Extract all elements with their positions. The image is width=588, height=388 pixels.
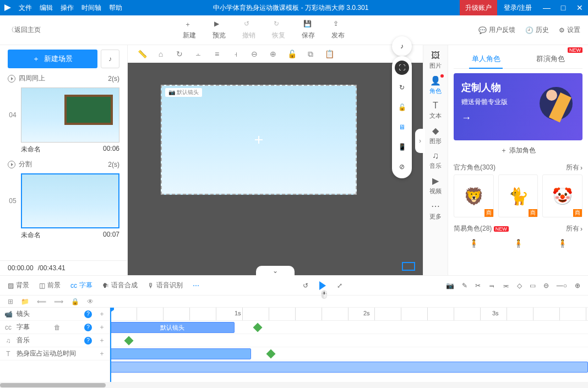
folder-icon[interactable]: 📁 <box>21 298 29 305</box>
refresh-icon[interactable]: ↻ <box>175 50 184 58</box>
align-right-icon[interactable]: ⫞ <box>231 50 240 58</box>
zoom-out2-icon[interactable]: ⊖ <box>543 282 549 289</box>
transition-row[interactable]: 四周同上 2(s) <box>8 72 119 85</box>
etype-more[interactable]: ⋯更多 <box>429 201 442 221</box>
eye-icon[interactable]: 👁 <box>87 298 94 305</box>
role-mini[interactable]: 🧍 <box>498 238 538 249</box>
audio-clip[interactable] <box>110 348 251 359</box>
scrollbar-thumb[interactable] <box>0 383 106 387</box>
rewind-icon[interactable]: ↺ <box>303 282 308 289</box>
link-icon[interactable]: ⫘ <box>503 282 509 289</box>
track-subtitle-label[interactable]: cc字幕🗑?＋ <box>0 321 110 334</box>
track-camera[interactable]: 默认镜头 <box>110 321 588 334</box>
zoom-in2-icon[interactable]: ⊕ <box>575 282 580 289</box>
lock2-icon[interactable]: 🔒 <box>71 298 79 305</box>
filter-icon[interactable]: ⫬ <box>488 282 495 289</box>
settings-button[interactable]: ⚙设置 <box>559 25 580 35</box>
track-text-label[interactable]: T热身应占运动总时间＋ <box>0 347 110 360</box>
paste-icon[interactable]: 📋 <box>325 50 334 58</box>
menu-action[interactable]: 操作 <box>61 3 74 13</box>
new-scene-button[interactable]: ＋新建场景 <box>8 50 97 68</box>
prev-icon[interactable]: ⟸ <box>37 298 46 305</box>
role-mini[interactable]: 🧍 <box>542 238 582 249</box>
camera2-icon[interactable]: 📷 <box>446 282 454 289</box>
home-icon[interactable]: ⌂ <box>156 50 165 58</box>
etype-shape[interactable]: ◆图形 <box>429 125 442 145</box>
desktop-icon[interactable]: 🖥 <box>395 120 409 134</box>
addtrack-icon[interactable]: ⊞ <box>8 298 13 305</box>
track-music-label[interactable]: ♫音乐?＋ <box>0 334 110 347</box>
cut-icon[interactable]: ✂ <box>475 282 481 289</box>
frame-icon[interactable]: ▭ <box>530 282 536 289</box>
close-button[interactable]: ✕ <box>571 3 588 12</box>
tracks-area[interactable]: 1s 2s 3s 默认镜头 <box>110 308 588 382</box>
keyframe-diamond[interactable] <box>253 323 263 332</box>
save-button[interactable]: 💾保存 <box>302 20 315 40</box>
menu-edit[interactable]: 编辑 <box>40 3 53 13</box>
more-menu-icon[interactable]: ⋯ <box>193 282 199 289</box>
time-ruler[interactable]: 1s 2s 3s <box>110 308 588 321</box>
help-icon[interactable]: ? <box>84 324 92 331</box>
menu-help[interactable]: 帮助 <box>109 3 122 13</box>
login-button[interactable]: 登录/注册 <box>497 3 538 13</box>
feedback-button[interactable]: 💬用户反馈 <box>478 25 515 35</box>
role-card[interactable]: 🐈商 <box>498 174 538 217</box>
tl-background[interactable]: ▨背景 <box>8 281 29 290</box>
etype-music[interactable]: ♫音乐 <box>429 151 442 170</box>
camera-clip[interactable]: 默认镜头 <box>110 322 235 333</box>
fullscreen-icon[interactable]: ⛶ <box>395 61 409 75</box>
back-home-button[interactable]: 〈 返回主页 <box>0 25 48 35</box>
play-button[interactable]: 🖱️ <box>319 281 326 290</box>
tl-foreground[interactable]: ◫前景 <box>39 281 61 290</box>
rotate-icon[interactable]: ↻ <box>395 80 409 95</box>
tl-asr[interactable]: 🎙语音识别 <box>148 281 183 290</box>
upgrade-button[interactable]: 升级账户 <box>460 0 497 15</box>
menu-timeline[interactable]: 时间轴 <box>81 3 101 13</box>
etype-video[interactable]: ▶视频 <box>429 176 442 195</box>
addkey-icon[interactable]: ＋ <box>99 309 105 319</box>
expand-icon[interactable]: ⤢ <box>337 282 342 289</box>
hide-icon[interactable]: ⊘ <box>395 160 409 174</box>
view-all-button[interactable]: 所有 › <box>566 163 582 172</box>
zoom-slider[interactable]: —○ <box>557 282 567 289</box>
track-text[interactable] <box>110 360 588 374</box>
tl-subtitle[interactable]: cc字幕 <box>70 281 92 290</box>
canvas-area[interactable]: 📷 默认镜头 ♪ ⛶ ↻ 🔓 🖥 📱 ⊘ › ⌄ <box>128 63 423 275</box>
collapse-timeline-button[interactable]: ⌄ <box>256 266 295 276</box>
next-icon[interactable]: ⟹ <box>54 298 63 305</box>
role-card[interactable]: 🤡商 <box>542 174 582 217</box>
align-center-icon[interactable]: ≡ <box>213 50 221 58</box>
etype-image[interactable]: 🖼图片 <box>429 51 442 70</box>
del-icon[interactable]: 🗑 <box>53 324 61 331</box>
align-left-icon[interactable]: ⫠ <box>194 50 203 58</box>
copy-icon[interactable]: ⧉ <box>306 50 315 59</box>
phone-icon[interactable]: 📱 <box>395 140 409 154</box>
role-mini[interactable]: 🧍 <box>454 238 494 249</box>
addkey-icon[interactable]: ＋ <box>99 336 105 345</box>
music-fab[interactable]: ♪ <box>392 36 412 56</box>
menu-file[interactable]: 文件 <box>19 3 32 13</box>
preview-button[interactable]: ▶预览 <box>213 20 226 40</box>
view-all-button[interactable]: 所有 › <box>566 224 582 233</box>
keyframe-diamond[interactable] <box>266 349 276 359</box>
role-card[interactable]: 🦁商 <box>454 174 494 217</box>
new-button[interactable]: ＋新建 <box>183 20 196 40</box>
keyframe-diamond[interactable] <box>124 336 134 346</box>
tl-tts[interactable]: 🗣语音合成 <box>102 281 138 290</box>
help-icon[interactable]: ? <box>84 310 92 318</box>
track-music[interactable] <box>110 347 588 360</box>
undo-button[interactable]: ↺撤销 <box>242 20 255 40</box>
minimize-button[interactable]: — <box>538 3 555 12</box>
maximize-button[interactable]: □ <box>555 3 571 12</box>
edit-icon[interactable]: ✎ <box>462 282 467 289</box>
music-toggle-button[interactable]: ♪ <box>101 50 119 68</box>
addkey-icon[interactable]: ＋ <box>99 349 105 358</box>
track-subtitle[interactable] <box>110 334 588 347</box>
expand-right-button[interactable]: › <box>415 129 425 153</box>
etype-text[interactable]: T文本 <box>429 101 442 120</box>
scene-item-04[interactable]: 04 <box>8 88 119 143</box>
etype-role[interactable]: 👤角色 <box>429 75 442 95</box>
tab-single-role[interactable]: 单人角色 <box>454 50 518 68</box>
publish-button[interactable]: ⇪发布 <box>331 20 345 40</box>
zoom-in-icon[interactable]: ⊕ <box>269 50 277 58</box>
